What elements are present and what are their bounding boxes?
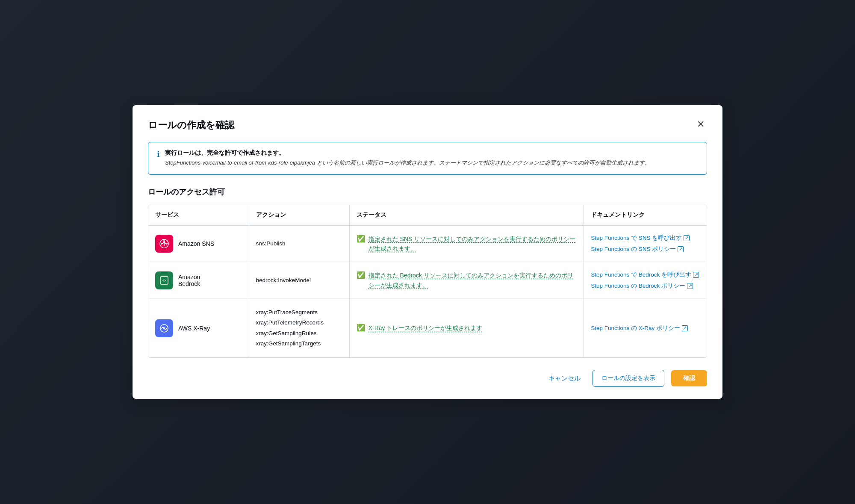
info-box-description: StepFunctions-voicemail-to-email-sf-from… [165,159,650,168]
modal-overlay: ロールの作成を確認 ✕ ℹ 実行ロールは、完全な許可で作成されます。 StepF… [0,0,855,504]
doc-links-cell: Step Functions で Bedrock を呼び出す ↗Step Fun… [584,262,707,299]
permissions-table: サービス アクション ステータス ドキュメントリンク Amazon SNSsns… [148,205,707,358]
info-icon: ℹ [157,150,160,159]
doc-link[interactable]: Step Functions の SNS ポリシー ↗ [591,245,700,253]
permissions-table-container: サービス アクション ステータス ドキュメントリンク Amazon SNSsns… [148,205,707,358]
service-name: Amazon Bedrock [178,274,200,287]
table-row: AWS X-Rayxray:PutTraceSegments xray:PutT… [148,299,707,358]
doc-links-cell: Step Functions で SNS を呼び出す ↗Step Functio… [584,225,707,262]
modal-footer: キャンセル ロールの設定を表示 確認 [148,368,707,387]
doc-link[interactable]: Step Functions で SNS を呼び出す ↗ [591,234,700,242]
status-text: 指定された SNS リソースに対してのみアクションを実行するためのポリシーが生成… [369,234,577,253]
status-text: 指定された Bedrock リソースに対してのみアクションを実行するためのポリシ… [369,271,577,290]
modal-dialog: ロールの作成を確認 ✕ ℹ 実行ロールは、完全な許可で作成されます。 StepF… [133,105,722,399]
status-cell: ✅X-Ray トレースのポリシーが生成されます [349,299,584,358]
doc-link[interactable]: Step Functions の Bedrock ポリシー ↗ [591,282,700,290]
check-icon: ✅ [357,235,365,243]
table-row: Amazon Bedrockbedrock:InvokeModel✅指定された … [148,262,707,299]
doc-links-cell: Step Functions の X-Ray ポリシー ↗ [584,299,707,358]
sns-icon [155,235,173,253]
service-cell-xray: AWS X-Ray [148,299,249,358]
svg-point-1 [161,243,162,245]
bedrock-icon [155,271,173,289]
col-header-service: サービス [148,205,249,225]
external-link-icon: ↗ [678,246,684,252]
modal-title: ロールの作成を確認 [148,119,234,132]
table-header-row: サービス アクション ステータス ドキュメントリンク [148,205,707,225]
service-cell-bedrock: Amazon Bedrock [148,262,249,299]
cancel-button[interactable]: キャンセル [543,371,586,386]
table-row: Amazon SNSsns:Publish✅指定された SNS リソースに対して… [148,225,707,262]
action-cell: bedrock:InvokeModel [249,262,349,299]
info-content: 実行ロールは、完全な許可で作成されます。 StepFunctions-voice… [165,149,650,168]
doc-link[interactable]: Step Functions で Bedrock を呼び出す ↗ [591,271,700,279]
external-link-icon: ↗ [693,272,699,278]
col-header-doc: ドキュメントリンク [584,205,707,225]
check-icon: ✅ [357,271,365,279]
status-text: X-Ray トレースのポリシーが生成されます [369,323,483,333]
info-box-title: 実行ロールは、完全な許可で作成されます。 [165,149,650,157]
external-link-icon: ↗ [682,325,688,331]
xray-icon [155,319,173,337]
svg-point-5 [163,280,165,281]
view-role-button[interactable]: ロールの設定を表示 [593,370,664,387]
info-box: ℹ 実行ロールは、完全な許可で作成されます。 StepFunctions-voi… [148,142,707,175]
confirm-button[interactable]: 確認 [671,370,707,386]
col-header-status: ステータス [349,205,584,225]
action-cell: sns:Publish [249,225,349,262]
section-title: ロールのアクセス許可 [148,187,707,197]
col-header-action: アクション [249,205,349,225]
svg-point-2 [166,243,168,245]
service-cell-sns: Amazon SNS [148,225,249,262]
table-body: Amazon SNSsns:Publish✅指定された SNS リソースに対して… [148,225,707,358]
close-button[interactable]: ✕ [694,119,707,130]
modal-header: ロールの作成を確認 ✕ [148,119,707,132]
service-name: Amazon SNS [178,240,214,247]
status-cell: ✅指定された SNS リソースに対してのみアクションを実行するためのポリシーが生… [349,225,584,262]
external-link-icon: ↗ [684,235,690,241]
action-cell: xray:PutTraceSegments xray:PutTelemetryR… [249,299,349,358]
status-cell: ✅指定された Bedrock リソースに対してのみアクションを実行するためのポリ… [349,262,584,299]
check-icon: ✅ [357,324,365,332]
svg-point-3 [163,240,165,242]
service-name: AWS X-Ray [178,325,210,332]
doc-link[interactable]: Step Functions の X-Ray ポリシー ↗ [591,324,700,332]
svg-point-7 [163,327,165,329]
external-link-icon: ↗ [687,283,693,289]
